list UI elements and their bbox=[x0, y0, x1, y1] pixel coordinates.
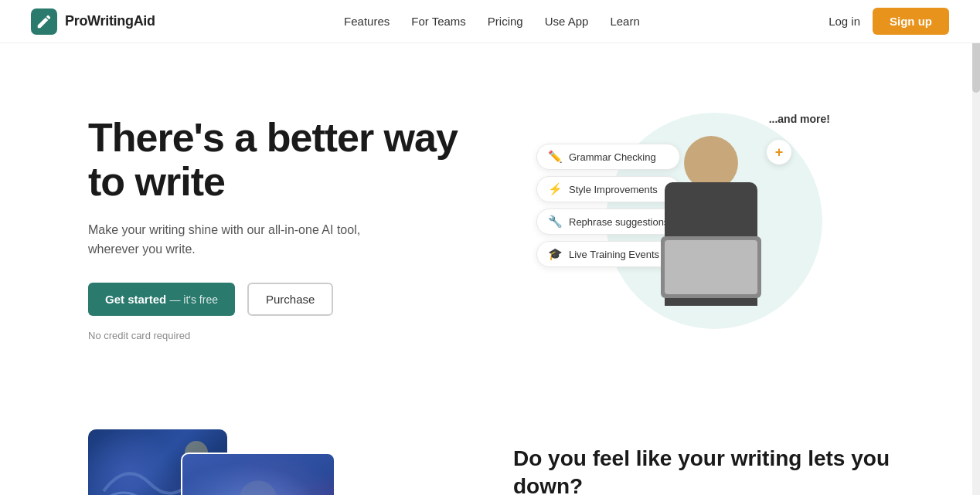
get-started-label: Get started bbox=[105, 293, 166, 306]
login-link[interactable]: Log in bbox=[829, 15, 860, 28]
svg-point-1 bbox=[240, 480, 277, 495]
nav-use-app[interactable]: Use App bbox=[545, 15, 589, 28]
navbar-links: Features For Teams Pricing Use App Learn bbox=[344, 15, 640, 28]
hero-section: There's a better way to write Make your … bbox=[26, 43, 954, 398]
style-icon: ⚡ bbox=[548, 182, 563, 196]
navbar-brand: ProWritingAid bbox=[31, 8, 155, 35]
swirl-svg bbox=[182, 454, 334, 495]
signup-button[interactable]: Sign up bbox=[873, 8, 949, 35]
purchase-button[interactable]: Purchase bbox=[247, 283, 333, 316]
person-laptop bbox=[661, 236, 761, 298]
get-started-button[interactable]: Get started — it's free bbox=[88, 283, 235, 316]
section2: My idea in my head Do you feel like your… bbox=[26, 398, 954, 495]
laptop-screen bbox=[665, 240, 757, 294]
section2-content: Do you feel like your writing lets you d… bbox=[513, 429, 892, 495]
rephrase-icon: 🔧 bbox=[548, 215, 563, 229]
image-card-front bbox=[181, 453, 335, 495]
logo-icon bbox=[31, 8, 57, 35]
grammar-icon: ✏️ bbox=[548, 150, 563, 164]
nav-for-teams[interactable]: For Teams bbox=[411, 15, 466, 28]
training-icon: 🎓 bbox=[548, 247, 563, 261]
section2-images: My idea in my head bbox=[88, 429, 467, 495]
image-stack: My idea in my head bbox=[88, 429, 351, 495]
navbar-actions: Log in Sign up bbox=[829, 8, 949, 35]
more-text: ...and more! bbox=[769, 113, 830, 125]
no-card-text: No credit card required bbox=[88, 330, 475, 341]
brand-name: ProWritingAid bbox=[65, 13, 155, 29]
hero-subtitle: Make your writing shine with our all-in-… bbox=[88, 220, 382, 259]
logo-svg bbox=[36, 13, 53, 30]
hero-title: There's a better way to write bbox=[88, 116, 475, 204]
nav-learn[interactable]: Learn bbox=[610, 15, 639, 28]
hero-illustration: ✏️ Grammar Checking ⚡ Style Improvements… bbox=[536, 97, 830, 360]
section2-title: Do you feel like your writing lets you d… bbox=[513, 445, 892, 495]
hero-left: There's a better way to write Make your … bbox=[88, 116, 475, 341]
get-started-suffix: — it's free bbox=[169, 293, 218, 306]
nav-features[interactable]: Features bbox=[344, 15, 390, 28]
nav-pricing[interactable]: Pricing bbox=[488, 15, 523, 28]
hero-right: ✏️ Grammar Checking ⚡ Style Improvements… bbox=[475, 90, 892, 368]
hero-buttons: Get started — it's free Purchase bbox=[88, 283, 475, 316]
navbar: ProWritingAid Features For Teams Pricing… bbox=[0, 0, 980, 43]
person-figure bbox=[641, 136, 781, 360]
scrollbar[interactable] bbox=[972, 0, 980, 495]
